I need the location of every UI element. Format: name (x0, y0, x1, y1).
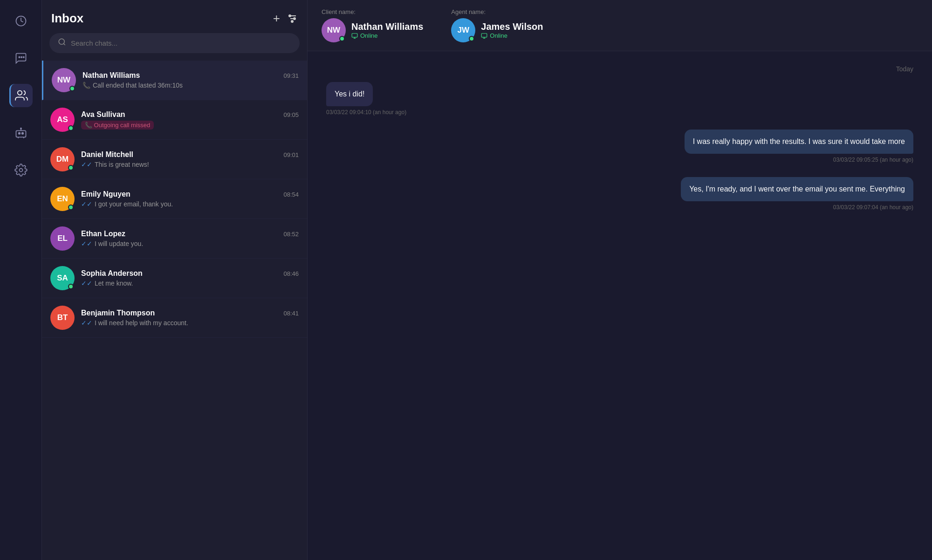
message-timestamp: 03/03/22 09:07:04 (an hour ago) (833, 204, 913, 211)
sidebar-item-dashboard[interactable] (9, 9, 33, 33)
online-dot (68, 165, 74, 171)
read-icon: ✓✓ (81, 161, 92, 168)
agent-info: JW James Wilson Online (451, 18, 543, 42)
chat-preview: ✓✓ I will need help with my account. (81, 319, 299, 327)
read-icon: ✓✓ (81, 280, 92, 287)
avatar: EL (50, 226, 75, 251)
chat-time: 08:54 (283, 191, 299, 198)
read-icon: ✓✓ (81, 200, 92, 208)
svg-point-7 (21, 132, 23, 134)
sidebar-nav (0, 0, 42, 560)
call-icon: 📞 (82, 82, 90, 89)
message-group-msg1: Yes i did!03/03/22 09:04:10 (an hour ago… (326, 82, 913, 116)
svg-point-16 (59, 39, 64, 44)
svg-point-4 (18, 91, 22, 95)
online-dot (68, 125, 74, 131)
search-input[interactable] (71, 39, 291, 47)
sidebar-item-bots[interactable] (9, 121, 33, 144)
online-dot (69, 86, 75, 91)
chat-item-bt[interactable]: BT Benjamin Thompson 08:41 ✓✓ I will nee… (42, 298, 307, 338)
inbox-actions: + (273, 11, 298, 26)
chat-item-sa[interactable]: SA Sophia Anderson 08:46 ✓✓ Let me know. (42, 259, 307, 298)
chat-info: Sophia Anderson 08:46 ✓✓ Let me know. (81, 269, 299, 287)
message-bubble: I was really happy with the results. I w… (685, 130, 913, 154)
chat-preview: ✓✓ I will update you. (81, 240, 299, 247)
chat-name: Sophia Anderson (81, 269, 143, 278)
sidebar-item-settings[interactable] (9, 158, 33, 182)
chat-item-en[interactable]: EN Emily Nguyen 08:54 ✓✓ I got your emai… (42, 179, 307, 219)
chat-item-nw[interactable]: NW Nathan Williams 09:31 📞 Call ended th… (42, 61, 307, 100)
chat-name: Benjamin Thompson (81, 309, 155, 317)
message-bubble: Yes i did! (326, 82, 373, 106)
client-name: Nathan Williams (351, 21, 423, 32)
chat-name: Ethan Lopez (81, 230, 125, 238)
missed-call-badge: 📞 Outgoing call missed (81, 121, 154, 130)
chat-item-dm[interactable]: DM Daniel Mitchell 09:01 ✓✓ This is grea… (42, 140, 307, 179)
chat-item-el[interactable]: EL Ethan Lopez 08:52 ✓✓ I will update yo… (42, 219, 307, 259)
message-group-msg3: Yes, I'm ready, and I went over the emai… (326, 177, 913, 211)
svg-point-13 (289, 15, 291, 17)
inbox-title: Inbox (51, 11, 83, 26)
chat-time: 08:41 (283, 310, 299, 317)
chat-info: Daniel Mitchell 09:01 ✓✓ This is great n… (81, 150, 299, 168)
svg-rect-18 (352, 33, 357, 37)
chat-time: 08:46 (283, 270, 299, 277)
chat-name: Nathan Williams (82, 71, 140, 80)
svg-point-15 (291, 20, 293, 22)
client-online-dot (339, 36, 345, 41)
chat-item-as[interactable]: AS Ava Sullivan 09:05 📞 Outgoing call mi… (42, 100, 307, 140)
chat-preview: ✓✓ This is great news! (81, 161, 299, 168)
search-icon (58, 38, 66, 48)
filter-button[interactable] (287, 13, 298, 24)
chat-list: NW Nathan Williams 09:31 📞 Call ended th… (42, 61, 307, 560)
svg-line-17 (63, 43, 65, 45)
svg-rect-5 (16, 130, 26, 137)
agent-online-dot (469, 36, 474, 41)
svg-point-9 (19, 169, 22, 172)
sidebar-item-chat[interactable] (9, 47, 33, 70)
agent-avatar: JW (451, 18, 475, 42)
chat-time: 09:05 (283, 111, 299, 118)
svg-point-3 (23, 57, 24, 58)
svg-point-6 (18, 132, 20, 134)
sidebar-item-inbox[interactable] (9, 84, 33, 107)
online-dot (68, 205, 74, 210)
chat-preview: ✓✓ I got your email, thank you. (81, 200, 299, 208)
chat-preview: 📞 Call ended that lasted 36m:10s (82, 82, 299, 89)
chat-info: Emily Nguyen 08:54 ✓✓ I got your email, … (81, 190, 299, 208)
chat-time: 09:31 (283, 72, 299, 79)
agent-label: Agent name: (451, 8, 543, 15)
chat-name: Ava Sullivan (81, 110, 125, 119)
read-icon: ✓✓ (81, 240, 92, 247)
chat-info: Benjamin Thompson 08:41 ✓✓ I will need h… (81, 309, 299, 327)
chat-name: Emily Nguyen (81, 190, 130, 198)
message-timestamp: 03/03/22 09:05:25 (an hour ago) (833, 157, 913, 163)
client-party: Client name: NW Nathan Williams Online (322, 8, 423, 42)
chat-preview: 📞 Outgoing call missed (81, 121, 299, 130)
svg-point-2 (21, 57, 22, 58)
chat-preview: ✓✓ Let me know. (81, 280, 299, 287)
client-avatar: NW (322, 18, 346, 42)
avatar: AS (50, 108, 75, 132)
svg-point-8 (20, 128, 21, 129)
chat-area: Client name: NW Nathan Williams Online A… (308, 0, 932, 560)
read-icon: ✓✓ (81, 319, 92, 327)
message-timestamp: 03/03/22 09:04:10 (an hour ago) (326, 109, 406, 116)
agent-status: Online (481, 32, 543, 39)
message-bubble: Yes, I'm ready, and I went over the emai… (681, 177, 913, 201)
inbox-header: Inbox + (42, 0, 307, 33)
add-chat-button[interactable]: + (273, 11, 280, 26)
svg-point-1 (19, 57, 20, 58)
chat-header: Client name: NW Nathan Williams Online A… (308, 0, 932, 51)
inbox-panel: Inbox + NW Nathan Williams 09:31 (42, 0, 308, 560)
message-group-msg2: I was really happy with the results. I w… (326, 130, 913, 163)
svg-point-14 (294, 18, 295, 20)
search-bar (49, 33, 300, 53)
chat-time: 08:52 (283, 231, 299, 238)
avatar: DM (50, 147, 75, 171)
chat-info: Nathan Williams 09:31 📞 Call ended that … (82, 71, 299, 89)
client-info: NW Nathan Williams Online (322, 18, 423, 42)
avatar: EN (50, 187, 75, 211)
client-label: Client name: (322, 8, 423, 15)
chat-info: Ethan Lopez 08:52 ✓✓ I will update you. (81, 230, 299, 247)
